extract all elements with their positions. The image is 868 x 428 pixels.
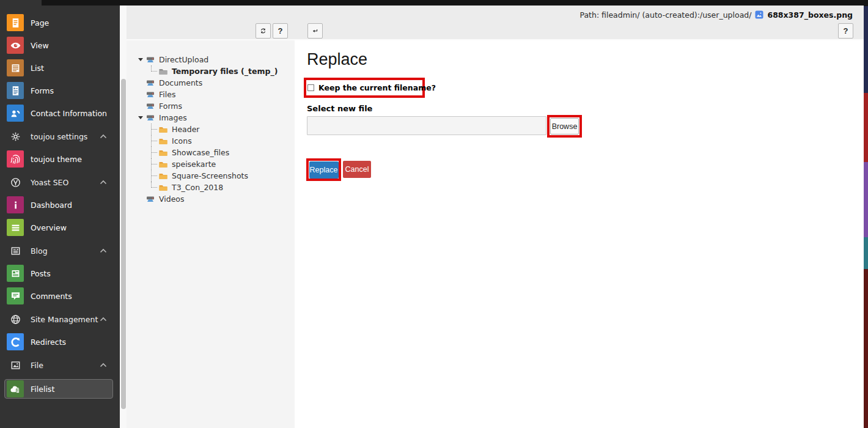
form-icon xyxy=(7,82,24,99)
folder-icon xyxy=(158,148,168,158)
tree-item-label: Videos xyxy=(159,194,185,204)
sidebar-item-blog[interactable]: Blog xyxy=(0,242,120,259)
tree-item-square-screenshots[interactable]: Square-Screenshots xyxy=(127,170,295,182)
sidebar-item-view[interactable]: View xyxy=(0,37,120,54)
sidebar-item-label: Yoast SEO xyxy=(31,178,68,187)
chevron-up-icon[interactable] xyxy=(100,248,107,253)
sidebar-item-posts[interactable]: Posts xyxy=(0,265,120,282)
edge-strip-segment xyxy=(864,269,868,428)
close-return-button[interactable] xyxy=(307,23,323,39)
contact-icon xyxy=(7,105,24,122)
sidebar-item-list[interactable]: List xyxy=(0,59,120,76)
tree-item-label: speisekarte xyxy=(172,160,216,169)
sidebar-item-label: Page xyxy=(31,18,49,28)
edge-strip-segment xyxy=(864,0,868,6)
help-button-right[interactable]: ? xyxy=(838,23,853,39)
tree-line xyxy=(151,135,158,147)
sidebar-item-file[interactable]: File xyxy=(0,356,120,374)
help-label: ? xyxy=(278,26,283,35)
storage-mount-icon xyxy=(145,113,155,123)
caret-slot xyxy=(138,100,145,112)
top-bar xyxy=(42,0,868,6)
sidebar-item-label: Comments xyxy=(31,292,72,301)
sidebar-item-forms[interactable]: Forms xyxy=(0,82,120,99)
sidebar-item-label: Site Management xyxy=(31,315,98,324)
tree-item-label: Showcase_files xyxy=(172,148,229,157)
sidebar-item-toujou-settings[interactable]: toujou settings xyxy=(0,128,120,145)
sidebar-item-overview[interactable]: Overview xyxy=(0,219,120,236)
refresh-button[interactable] xyxy=(256,23,271,39)
tree-item-label: Images xyxy=(159,113,187,122)
select-new-file-label: Select new file xyxy=(307,104,372,113)
sidebar-item-label: toujou settings xyxy=(31,132,87,141)
tree-item-icons[interactable]: Icons xyxy=(127,135,295,147)
edge-strip-segment xyxy=(864,162,868,237)
caret-slot xyxy=(138,77,145,89)
sidebar-item-label: File xyxy=(31,361,43,370)
annotation-box-keep-filename: Keep the current filename? xyxy=(304,78,425,98)
sidebar-scrollbar[interactable] xyxy=(120,6,127,428)
tree-item-header[interactable]: Header xyxy=(127,124,295,135)
doc-header: ? ? Path: fileadmin/ (auto-created):/use… xyxy=(127,6,864,40)
help-button[interactable]: ? xyxy=(273,23,288,39)
replace-button[interactable]: Replace xyxy=(309,161,339,179)
cancel-button[interactable]: Cancel xyxy=(343,161,371,178)
annotation-box-replace: Replace xyxy=(306,158,341,181)
sidebar-item-label: Redirects xyxy=(31,338,66,347)
content-area: Replace Keep the current filename? Selec… xyxy=(295,40,864,428)
tree-item-showcase-files[interactable]: Showcase_files xyxy=(127,147,295,158)
sidebar-item-toujou-theme[interactable]: toujou theme xyxy=(0,150,120,168)
folder-icon xyxy=(158,136,168,146)
sidebar-item-contact-information[interactable]: Contact Information xyxy=(0,105,120,122)
caret-down-icon[interactable] xyxy=(138,112,145,124)
image-icon xyxy=(9,359,21,371)
sidebar-item-page[interactable]: Page xyxy=(0,14,120,31)
tree-item-directupload[interactable]: DirectUpload xyxy=(127,54,295,65)
chevron-up-icon[interactable] xyxy=(100,317,107,322)
tree-item-documents[interactable]: Documents xyxy=(127,77,295,89)
info-icon xyxy=(7,196,24,213)
tree-item-label: T3_Con_2018 xyxy=(172,183,223,192)
sidebar-item-label: Blog xyxy=(31,246,48,256)
sidebar-scrollbar-thumb[interactable] xyxy=(121,79,126,409)
tree-item-images[interactable]: Images xyxy=(127,112,295,124)
tree-item-t3-con-2018[interactable]: T3_Con_2018 xyxy=(127,182,295,193)
tree-item-videos[interactable]: Videos xyxy=(127,193,295,205)
tree-item-forms[interactable]: Forms xyxy=(127,100,295,112)
tree-line xyxy=(151,182,158,188)
sidebar-item-label: View xyxy=(31,41,49,50)
chevron-up-icon[interactable] xyxy=(100,363,107,367)
tree-item-files[interactable]: Files xyxy=(127,89,295,100)
sidebar-item-filelist[interactable]: Filelist xyxy=(4,379,113,399)
chevron-up-icon[interactable] xyxy=(100,134,107,139)
posts-icon xyxy=(7,265,24,282)
folder-gray-icon xyxy=(158,67,168,76)
sidebar-item-yoast-seo[interactable]: Yoast SEO xyxy=(0,174,120,191)
tree-line xyxy=(151,147,158,158)
chevron-up-icon[interactable] xyxy=(100,180,107,185)
sidebar-item-label: Overview xyxy=(31,223,67,232)
fingerprint-icon xyxy=(7,150,24,168)
sidebar-item-site-management[interactable]: Site Management xyxy=(0,311,120,328)
tree-line xyxy=(151,65,158,72)
caret-down-icon[interactable] xyxy=(138,54,145,65)
keep-filename-checkbox[interactable] xyxy=(307,84,314,91)
tree-item-label: Icons xyxy=(172,136,192,146)
edge-strip-segment xyxy=(864,6,868,93)
sidebar-item-comments[interactable]: Comments xyxy=(0,287,120,304)
keep-filename-label: Keep the current filename? xyxy=(318,83,436,92)
tree-item-speisekarte[interactable]: speisekarte xyxy=(127,158,295,170)
sidebar-item-dashboard[interactable]: Dashboard xyxy=(0,196,120,213)
sidebar-item-redirects[interactable]: Redirects xyxy=(0,333,120,350)
caret-slot xyxy=(138,193,145,205)
storage-mount-icon xyxy=(145,194,155,204)
tree-item-label: Temporary files (_temp_) xyxy=(172,67,278,76)
browse-button[interactable]: Browse xyxy=(550,118,579,135)
annotation-box-browse: Browse xyxy=(547,115,582,138)
globe-icon xyxy=(9,313,21,325)
news-icon xyxy=(9,245,21,257)
new-file-input[interactable] xyxy=(307,116,546,135)
sidebar-item-label: Forms xyxy=(31,86,54,95)
edge-strip-segment xyxy=(864,93,868,162)
tree-item-temporary-files-temp[interactable]: Temporary files (_temp_) xyxy=(127,65,295,77)
